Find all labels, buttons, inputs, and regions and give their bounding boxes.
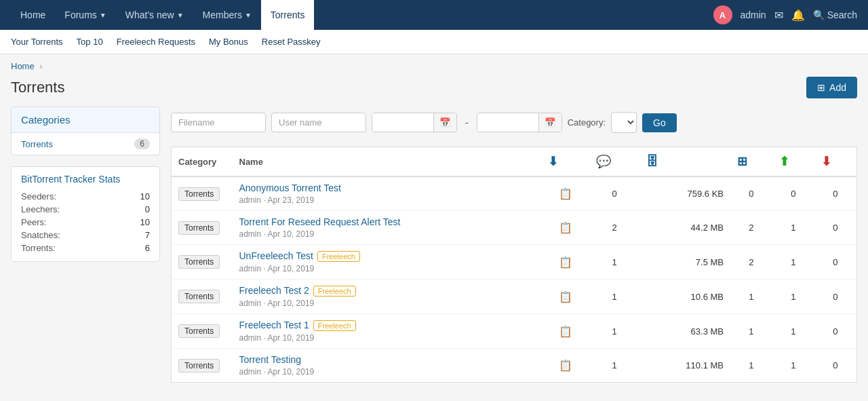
stats-title: BitTorrent Tracker Stats — [21, 174, 150, 185]
cell-comments-1: 2 — [589, 211, 639, 245]
sub-nav: Your Torrents Top 10 Freeleech Requests … — [0, 30, 868, 54]
cell-comments-2: 1 — [589, 245, 639, 280]
torrent-meta-0: admin · Apr 23, 2019 — [239, 195, 315, 205]
nav-right: A admin ✉ 🔔 🔍 Search — [713, 5, 858, 24]
torrent-table: Category Name ⬇ 💬 🗄 ⊞ ⬆ ⬇ Torrents Anony… — [171, 147, 857, 383]
cell-col6-4: 0 — [814, 314, 857, 349]
cell-col6-5: 0 — [814, 349, 857, 383]
torrent-link-5[interactable]: Torrent Testing — [239, 354, 535, 365]
torrent-link-4[interactable]: Freeleech Test 1Freeleech — [239, 320, 535, 331]
th-download: ⬇ — [541, 147, 589, 177]
torrent-link-3[interactable]: Freeleech Test 2Freeleech — [239, 285, 535, 297]
date-from-cal-button[interactable]: 📅 — [433, 113, 456, 132]
date-from-wrap: 📅 — [372, 113, 457, 132]
category-select[interactable] — [611, 112, 637, 133]
grid-icon: ⊞ — [737, 155, 747, 168]
nav-forums[interactable]: Forums ▼ — [55, 0, 115, 30]
nav-home[interactable]: Home — [11, 0, 55, 30]
size-icon: 🗄 — [646, 155, 658, 168]
cell-comments-5: 1 — [589, 349, 639, 383]
stat-snatches-value: 7 — [145, 230, 150, 240]
cell-col5-1: 1 — [772, 211, 814, 245]
mail-icon[interactable]: ✉ — [774, 9, 783, 22]
torrent-meta-5: admin · Apr 10, 2019 — [239, 367, 315, 377]
date-to-cal-button[interactable]: 📅 — [538, 113, 561, 132]
cell-comments-4: 1 — [589, 314, 639, 349]
th-leechers: ⬇ — [814, 147, 857, 177]
stat-leechers-value: 0 — [145, 204, 150, 214]
subnav-freeleech-requests[interactable]: Freeleech Requests — [117, 37, 195, 47]
nav-members[interactable]: Members ▼ — [193, 0, 261, 30]
cell-file-0: 📋 — [541, 176, 589, 211]
stat-torrents-label: Torrents: — [21, 243, 56, 253]
category-badge-3[interactable]: Torrents — [178, 290, 220, 303]
cell-category-1: Torrents — [172, 211, 233, 245]
file-icon-5: 📋 — [559, 360, 572, 371]
torrent-meta-1: admin · Apr 10, 2019 — [239, 229, 315, 239]
category-badge-1[interactable]: Torrents — [178, 221, 220, 235]
category-badge-2[interactable]: Torrents — [178, 255, 220, 269]
stat-torrents-value: 6 — [145, 243, 150, 253]
cell-col4-2: 2 — [730, 245, 772, 280]
cell-col4-1: 2 — [730, 211, 772, 245]
cell-comments-3: 1 — [589, 280, 639, 314]
cell-col4-0: 0 — [730, 176, 772, 211]
subnav-my-bonus[interactable]: My Bonus — [209, 37, 248, 47]
torrent-link-1[interactable]: Torrent For Reseed Request Alert Test — [239, 216, 535, 227]
th-comments: 💬 — [589, 147, 639, 177]
bell-icon[interactable]: 🔔 — [791, 9, 805, 22]
filename-input[interactable] — [171, 113, 266, 132]
subnav-your-torrents[interactable]: Your Torrents — [11, 37, 63, 47]
add-button[interactable]: ⊞ Add — [806, 77, 857, 98]
cell-name-4: Freeleech Test 1Freeleech admin · Apr 10… — [233, 314, 542, 349]
cell-col4-5: 1 — [730, 349, 772, 383]
cell-name-1: Torrent For Reseed Request Alert Test ad… — [233, 211, 542, 245]
cell-file-3: 📋 — [541, 280, 589, 314]
cell-col5-5: 1 — [772, 349, 814, 383]
table-row: Torrents UnFreeleech TestFreeleech admin… — [172, 245, 857, 280]
freeleech-badge-4: Freeleech — [313, 320, 356, 331]
stat-peers: Peers: 10 — [21, 216, 150, 229]
subnav-reset-passkey[interactable]: Reset Passkey — [262, 37, 321, 47]
cell-col6-2: 0 — [814, 245, 857, 280]
categories-title: Categories — [12, 107, 159, 133]
stat-torrents: Torrents: 6 — [21, 242, 150, 254]
subnav-top10[interactable]: Top 10 — [77, 37, 103, 47]
date-to-wrap: 📅 — [477, 113, 562, 132]
nav-username: admin — [741, 9, 766, 20]
sidebar-item-torrents[interactable]: Torrents 6 — [12, 133, 159, 155]
cell-col6-1: 0 — [814, 211, 857, 245]
go-button[interactable]: Go — [642, 113, 677, 132]
torrent-link-0[interactable]: Anonymous Torrent Test — [239, 183, 535, 193]
page-title: Torrents — [11, 79, 64, 96]
cell-col6-3: 0 — [814, 280, 857, 314]
sidebar: Categories Torrents 6 BitTorrent Tracker… — [11, 107, 160, 383]
search-icon: 🔍 — [813, 9, 825, 20]
download-icon: ⬇ — [548, 155, 558, 168]
date-from-input[interactable] — [372, 113, 433, 132]
nav-whats-new[interactable]: What's new ▼ — [116, 0, 193, 30]
file-icon-1: 📋 — [559, 222, 572, 233]
cell-size-4: 63.3 MB — [639, 314, 730, 349]
table-row: Torrents Freeleech Test 1Freeleech admin… — [172, 314, 857, 349]
cell-col5-4: 1 — [772, 314, 814, 349]
category-badge-5[interactable]: Torrents — [178, 359, 220, 373]
filter-bar: 📅 - 📅 Category: Go — [171, 107, 857, 138]
th-name: Name — [233, 147, 542, 177]
date-separator: - — [462, 117, 471, 128]
category-badge-0[interactable]: Torrents — [178, 187, 220, 201]
nav-torrents[interactable]: Torrents — [261, 0, 315, 30]
date-to-input[interactable] — [477, 113, 538, 132]
category-badge-4[interactable]: Torrents — [178, 324, 220, 338]
top-nav: Home Forums ▼ What's new ▼ Members ▼ Tor… — [0, 0, 868, 30]
torrent-link-2[interactable]: UnFreeleech TestFreeleech — [239, 250, 535, 262]
file-icon-4: 📋 — [559, 326, 572, 337]
cell-col5-2: 1 — [772, 245, 814, 280]
breadcrumb-home[interactable]: Home — [11, 61, 35, 71]
table-header-row: Category Name ⬇ 💬 🗄 ⊞ ⬆ ⬇ — [172, 147, 857, 177]
file-icon-2: 📋 — [559, 256, 572, 268]
search-button[interactable]: 🔍 Search — [813, 9, 857, 20]
leechers-icon: ⬇ — [821, 155, 831, 168]
main-layout: Categories Torrents 6 BitTorrent Tracker… — [0, 107, 868, 394]
username-input[interactable] — [271, 113, 366, 132]
